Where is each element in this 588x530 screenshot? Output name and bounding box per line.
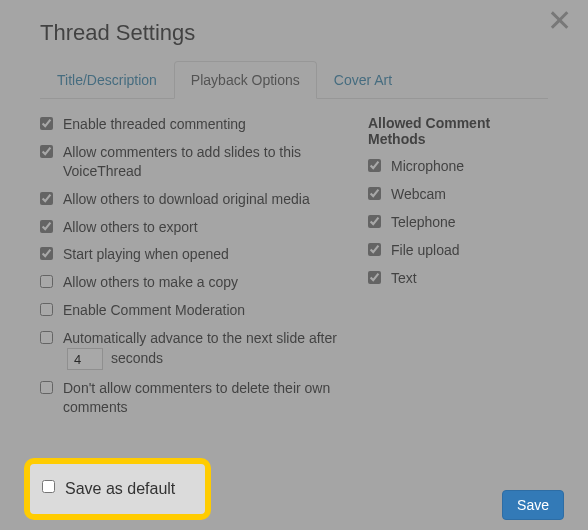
tabs: Title/Description Playback Options Cover… — [40, 60, 548, 99]
option-label: Save as default — [65, 478, 175, 500]
option-label: Start playing when opened — [63, 245, 229, 264]
methods-heading: Allowed Comment Methods — [368, 115, 548, 147]
method-label: Text — [391, 269, 417, 288]
option-label: Allow others to download original media — [63, 190, 310, 209]
checkbox-comment-moderation[interactable] — [40, 303, 53, 316]
option-label: Allow others to export — [63, 218, 198, 237]
method-label: Microphone — [391, 157, 464, 176]
playback-options-list: Enable threaded commenting Allow comment… — [40, 115, 340, 426]
save-button[interactable]: Save — [502, 490, 564, 520]
save-as-default-highlight: Save as default — [24, 458, 211, 520]
auto-advance-prefix: Automatically advance to the next slide … — [63, 330, 337, 346]
checkbox-microphone[interactable] — [368, 159, 381, 172]
option-label: Enable threaded commenting — [63, 115, 246, 134]
tab-playback-options[interactable]: Playback Options — [174, 61, 317, 99]
close-icon[interactable]: ✕ — [547, 6, 572, 36]
option-label: Automatically advance to the next slide … — [63, 329, 340, 370]
option-label: Allow commenters to add slides to this V… — [63, 143, 340, 181]
allowed-comment-methods: Allowed Comment Methods Microphone Webca… — [368, 115, 548, 426]
option-no-delete-comments[interactable]: Don't allow commenters to delete their o… — [40, 379, 340, 417]
method-webcam[interactable]: Webcam — [368, 185, 548, 204]
option-download-media[interactable]: Allow others to download original media — [40, 190, 340, 209]
method-telephone[interactable]: Telephone — [368, 213, 548, 232]
option-label: Enable Comment Moderation — [63, 301, 245, 320]
option-add-slides[interactable]: Allow commenters to add slides to this V… — [40, 143, 340, 181]
checkbox-export[interactable] — [40, 220, 53, 233]
option-auto-advance: Automatically advance to the next slide … — [40, 329, 340, 370]
option-label: Allow others to make a copy — [63, 273, 238, 292]
tab-title-description[interactable]: Title/Description — [40, 61, 174, 99]
option-export[interactable]: Allow others to export — [40, 218, 340, 237]
checkbox-file-upload[interactable] — [368, 243, 381, 256]
checkbox-telephone[interactable] — [368, 215, 381, 228]
checkbox-no-delete-comments[interactable] — [40, 381, 53, 394]
checkbox-save-as-default[interactable] — [42, 480, 55, 493]
method-microphone[interactable]: Microphone — [368, 157, 548, 176]
method-label: Telephone — [391, 213, 456, 232]
panel-title: Thread Settings — [40, 20, 548, 46]
checkbox-start-playing[interactable] — [40, 247, 53, 260]
auto-advance-seconds-input[interactable] — [67, 348, 103, 370]
checkbox-auto-advance[interactable] — [40, 331, 53, 344]
option-comment-moderation[interactable]: Enable Comment Moderation — [40, 301, 340, 320]
method-label: Webcam — [391, 185, 446, 204]
method-file-upload[interactable]: File upload — [368, 241, 548, 260]
checkbox-add-slides[interactable] — [40, 145, 53, 158]
checkbox-download-media[interactable] — [40, 192, 53, 205]
method-text[interactable]: Text — [368, 269, 548, 288]
tab-cover-art[interactable]: Cover Art — [317, 61, 409, 99]
checkbox-make-copy[interactable] — [40, 275, 53, 288]
checkbox-webcam[interactable] — [368, 187, 381, 200]
thread-settings-panel: Thread Settings Title/Description Playba… — [0, 0, 588, 444]
option-save-as-default[interactable]: Save as default — [42, 478, 175, 500]
option-make-copy[interactable]: Allow others to make a copy — [40, 273, 340, 292]
option-label: Don't allow commenters to delete their o… — [63, 379, 340, 417]
option-threaded-commenting[interactable]: Enable threaded commenting — [40, 115, 340, 134]
checkbox-text[interactable] — [368, 271, 381, 284]
auto-advance-suffix: seconds — [111, 350, 163, 366]
method-label: File upload — [391, 241, 460, 260]
checkbox-threaded-commenting[interactable] — [40, 117, 53, 130]
option-start-playing[interactable]: Start playing when opened — [40, 245, 340, 264]
